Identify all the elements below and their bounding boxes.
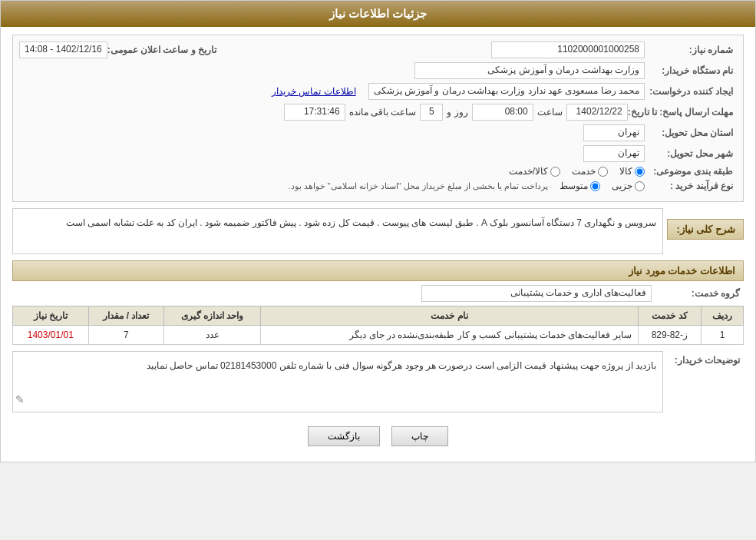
col-quantity: تعداد / مقدار [88, 306, 163, 326]
city-value: تهران [583, 145, 645, 162]
col-service-code: کد خدمت [638, 306, 701, 326]
buyer-org-value: وزارت بهداشت درمان و آموزش پزشکی [414, 62, 645, 79]
deadline-days-label: روز و [443, 107, 471, 118]
col-rownum: ردیف [702, 306, 744, 326]
creator-contact-link[interactable]: اطلاعات تماس خریدار [272, 86, 362, 97]
row-category: طبقه بندی موضوعی: کالا خدمت کالا/خدمت [19, 166, 737, 177]
row-process-type: نوع فرآیند خرید : جزیی متوسط پرداخت تمام… [19, 181, 737, 191]
services-section-title: اطلاعات خدمات مورد نیاز [12, 260, 744, 281]
deadline-date: 1402/12/22 [566, 104, 628, 121]
service-group-row: گروه خدمت: فعالیت‌های اداری و خدمات پشتی… [12, 285, 744, 302]
page-header: جزئیات اطلاعات نیاز [1, 1, 755, 27]
service-group-value: فعالیت‌های اداری و خدمات پشتیبانی [421, 285, 652, 302]
creator-label: ایجاد کننده درخواست: [645, 86, 737, 97]
category-option-kala[interactable]: کالا [619, 166, 645, 177]
creator-value: محمد رضا مسعودی عهد ندارد وزارت بهداشت د… [368, 83, 645, 100]
table-header-row: ردیف کد خدمت نام خدمت واحد اندازه گیری ت… [13, 306, 744, 326]
process-option-motavasset[interactable]: متوسط [560, 181, 600, 191]
table-row: 1 ز-82-829 سایر فعالیت‌های خدمات پشتیبان… [13, 326, 744, 345]
description-title: شرح کلی نیاز: [667, 219, 744, 240]
deadline-time-label: ساعت [533, 107, 566, 118]
page-title: جزئیات اطلاعات نیاز [329, 7, 427, 20]
cell-unit: عدد [164, 326, 261, 345]
city-label: شهر محل تحویل: [645, 148, 737, 159]
print-button[interactable]: چاپ [391, 426, 448, 446]
row-province: استان محل تحویل: تهران [19, 124, 737, 141]
deadline-days: 5 [420, 104, 443, 121]
col-date: تاریخ نیاز [13, 306, 89, 326]
process-radio-group: جزیی متوسط [560, 181, 645, 191]
description-row: شرح کلی نیاز: سرویس و نگهداری 7 دستگاه آ… [12, 208, 744, 254]
col-unit: واحد اندازه گیری [164, 306, 261, 326]
cell-service-name: سایر فعالیت‌های خدمات پشتیبانی کسب و کار… [261, 326, 638, 345]
category-option-khedmat[interactable]: خدمت [572, 166, 608, 177]
category-label: طبقه بندی موضوعی: [645, 166, 737, 177]
info-section: شماره نیاز: 1102000001000258 تاریخ و ساع… [12, 35, 744, 202]
back-button[interactable]: بازگشت [308, 426, 380, 446]
process-label: نوع فرآیند خرید : [645, 181, 737, 191]
province-label: استان محل تحویل: [645, 128, 737, 138]
deadline-remaining: 17:31:46 [284, 104, 345, 121]
deadline-remaining-label: ساعت باقی مانده [345, 107, 421, 118]
cell-service-code: ز-82-829 [638, 326, 701, 345]
buyer-notes-value: بازدید از پروژه جهت پیشنهاد قیمت الزامی … [147, 360, 656, 371]
buyer-notes-box: بازدید از پروژه جهت پیشنهاد قیمت الزامی … [12, 351, 663, 412]
announce-date-value: 1402/12/16 - 14:08 [19, 41, 107, 58]
category-radio-group: کالا خدمت کالا/خدمت [509, 166, 645, 177]
buyer-notes-row: توضیحات خریدار: بازدید از پروژه جهت پیشن… [12, 351, 744, 412]
services-table: ردیف کد خدمت نام خدمت واحد اندازه گیری ت… [12, 306, 744, 345]
cell-quantity: 7 [88, 326, 163, 345]
buyer-notes-label: توضیحات خریدار: [667, 351, 744, 366]
need-number-value: 1102000001000258 [491, 41, 645, 58]
deadline-label: مهلت ارسال پاسخ: تا تاریخ: [628, 107, 737, 118]
deadline-time: 08:00 [472, 104, 533, 121]
description-section: شرح کلی نیاز: سرویس و نگهداری 7 دستگاه آ… [12, 208, 744, 254]
cell-rownum: 1 [702, 326, 744, 345]
row-city: شهر محل تحویل: تهران [19, 145, 737, 162]
need-number-label: شماره نیاز: [645, 45, 737, 55]
description-value: سرویس و نگهداری 7 دستگاه آسانسور بلوک A … [12, 208, 663, 254]
row-buyer-org: نام دستگاه خریدار: وزارت بهداشت درمان و … [19, 62, 737, 79]
category-option-kala-khedmat[interactable]: کالا/خدمت [509, 166, 560, 177]
buyer-org-label: نام دستگاه خریدار: [645, 65, 737, 76]
buttons-row: چاپ بازگشت [12, 419, 744, 454]
announce-date-label: تاریخ و ساعت اعلان عمومی: [107, 45, 220, 55]
province-value: تهران [583, 124, 645, 141]
service-group-label: گروه خدمت: [652, 288, 744, 299]
row-creator: ایجاد کننده درخواست: محمد رضا مسعودی عهد… [19, 83, 737, 100]
col-service-name: نام خدمت [261, 306, 638, 326]
row-deadline: مهلت ارسال پاسخ: تا تاریخ: 1402/12/22 سا… [19, 104, 737, 121]
row-need-number: شماره نیاز: 1102000001000258 تاریخ و ساع… [19, 41, 737, 58]
edit-icon: ✎ [15, 390, 25, 409]
process-option-jozi[interactable]: جزیی [612, 181, 645, 191]
cell-date: 1403/01/01 [13, 326, 89, 345]
process-note: پرداخت تمام یا بخشی از مبلغ خریداز محل "… [288, 181, 560, 191]
